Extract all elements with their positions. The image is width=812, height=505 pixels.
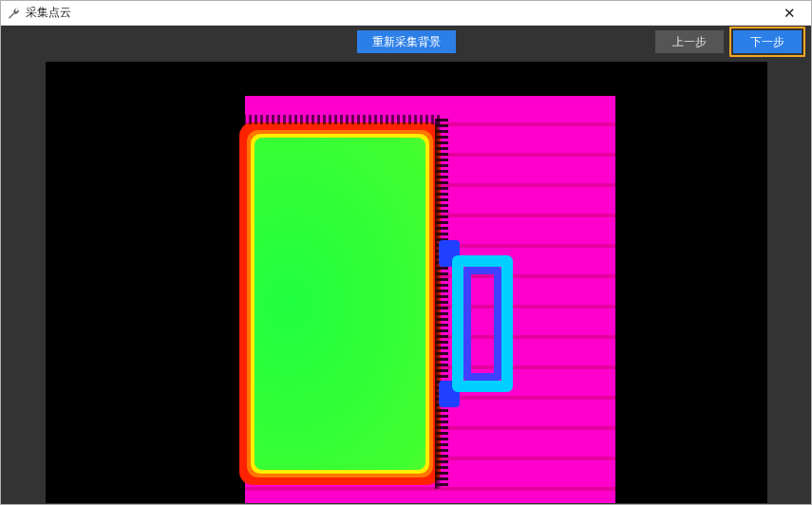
nav-button-group: 上一步 下一步 bbox=[655, 27, 805, 57]
object-handle bbox=[435, 238, 520, 409]
depth-image bbox=[245, 96, 615, 503]
recapture-background-button[interactable]: 重新采集背景 bbox=[357, 30, 456, 53]
toolbar: 重新采集背景 上一步 下一步 bbox=[1, 26, 811, 58]
next-step-highlight: 下一步 bbox=[729, 27, 805, 57]
previous-step-button[interactable]: 上一步 bbox=[655, 30, 724, 53]
titlebar: 采集点云 ✕ bbox=[1, 1, 811, 26]
window-title: 采集点云 bbox=[26, 5, 769, 21]
object-case bbox=[245, 128, 435, 479]
next-step-button[interactable]: 下一步 bbox=[733, 30, 802, 53]
wrench-icon bbox=[7, 7, 20, 20]
close-button[interactable]: ✕ bbox=[769, 1, 809, 26]
close-icon: ✕ bbox=[784, 5, 796, 22]
dialog-window: 采集点云 ✕ 重新采集背景 上一步 下一步 bbox=[0, 0, 812, 505]
content-area bbox=[1, 58, 811, 504]
pointcloud-viewport[interactable] bbox=[46, 62, 767, 503]
